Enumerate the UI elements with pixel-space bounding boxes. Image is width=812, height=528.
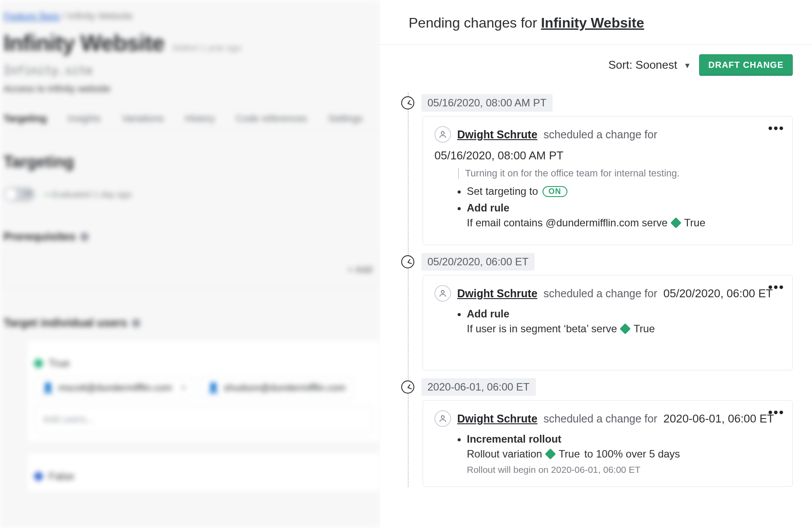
timeline-rail <box>408 92 409 487</box>
change-card: ••• Dwight Schrute scheduled a change fo… <box>423 400 793 487</box>
change-list: Add rule If user is in segment ‘beta’ se… <box>467 308 781 335</box>
avatar-icon <box>434 126 451 143</box>
flag-description: Access to infinity website <box>4 83 381 95</box>
more-actions-button[interactable]: ••• <box>768 122 784 135</box>
on-badge: ON <box>542 186 567 197</box>
page-title: Infinity Website <box>4 30 164 56</box>
diamond-icon <box>33 471 44 482</box>
change-note: Turning it on for the office team for in… <box>458 168 781 179</box>
change-list: Incremental rollout Rollout variation Tr… <box>467 433 781 460</box>
change-list: Set targeting to ON Add rule If email co… <box>467 185 781 229</box>
pending-changes-panel: Pending changes for Infinity Website Sor… <box>381 0 812 528</box>
timeline: 05/16/2020, 08:00 AM PT ••• Dwight Schru… <box>381 82 812 504</box>
timeline-timestamp: 05/20/2020, 06:00 ET <box>400 253 793 271</box>
panel-toolbar: Sort: Soonest ▾ DRAFT CHANGE <box>381 45 812 82</box>
add-prerequisite: + Add <box>4 251 381 288</box>
change-item: Set targeting to ON <box>467 185 781 197</box>
add-users-input: Add users... <box>35 406 372 433</box>
scheduled-date: 05/16/2020, 08:00 AM PT <box>434 149 564 162</box>
targeting-toggle: Off <box>4 187 35 202</box>
change-card: ••• Dwight Schrute scheduled a change fo… <box>423 116 793 245</box>
breadcrumb-root: Feature flags <box>4 11 60 21</box>
tab-code-references: Code references <box>236 113 307 124</box>
svg-point-2 <box>441 415 444 419</box>
tab-targeting: Targeting <box>4 113 47 124</box>
rollout-footnote: Rollout will begin on 2020-06-01, 06:00 … <box>467 465 781 475</box>
panel-title-prefix: Pending changes for <box>409 15 541 31</box>
user-chip: 👤 mscott@dundermifflin.com × <box>35 377 194 398</box>
author-link[interactable]: Dwight Schrute <box>457 128 537 141</box>
avatar-icon: 👤 <box>207 382 219 394</box>
clock-icon <box>401 255 414 268</box>
author-link[interactable]: Dwight Schrute <box>457 287 537 300</box>
clock-icon <box>401 380 414 394</box>
section-targeting-title: Targeting <box>4 153 381 171</box>
change-byline: Dwight Schrute scheduled a change for 05… <box>434 126 781 162</box>
tab-variations: Variations <box>122 113 164 124</box>
info-icon <box>80 232 89 241</box>
info-icon <box>132 319 140 327</box>
clock-icon <box>401 96 414 109</box>
change-byline: Dwight Schrute scheduled a change for 20… <box>434 410 781 427</box>
timestamp-pill: 05/16/2020, 08:00 AM PT <box>421 94 553 112</box>
more-actions-button[interactable]: ••• <box>768 406 784 419</box>
target-false-card: False <box>26 452 381 493</box>
flag-tabs: Targeting Insights Variations History Co… <box>4 113 381 131</box>
breadcrumb: Feature flags / Infinity Website <box>4 11 381 22</box>
change-card: ••• Dwight Schrute scheduled a change fo… <box>423 275 793 370</box>
change-byline: Dwight Schrute scheduled a change for 05… <box>434 285 781 302</box>
panel-header: Pending changes for Infinity Website <box>381 0 812 45</box>
svg-point-0 <box>441 131 444 134</box>
tab-history: History <box>185 113 215 124</box>
avatar-icon <box>434 285 451 302</box>
change-item: Incremental rollout Rollout variation Tr… <box>467 433 781 460</box>
timestamp-pill: 05/20/2020, 06:00 ET <box>421 253 535 271</box>
diamond-icon <box>620 323 631 334</box>
section-prereq-title: Prerequisites <box>4 230 381 243</box>
evaluated-label: ⇢ Evaluated 1 day ago <box>42 189 132 200</box>
added-ago: Added 1 year ago <box>172 43 242 53</box>
sort-label: Sort: Soonest <box>608 58 677 72</box>
sort-dropdown[interactable]: Sort: Soonest ▾ <box>608 58 690 72</box>
svg-point-1 <box>441 290 444 293</box>
diamond-icon <box>545 448 556 459</box>
section-target-users-title: Target individual users <box>4 316 381 330</box>
timeline-timestamp: 05/16/2020, 08:00 AM PT <box>400 94 793 112</box>
tab-insights: Insights <box>68 113 101 124</box>
avatar-icon: 👤 <box>42 382 54 394</box>
timeline-timestamp: 2020-06-01, 06:00 ET <box>400 378 793 396</box>
breadcrumb-leaf: Infinity Website <box>68 11 133 21</box>
scheduled-date: 2020-06-01, 06:00 ET <box>663 412 774 426</box>
flag-key: Infinity.site <box>4 64 381 77</box>
diamond-icon <box>670 217 681 228</box>
change-item: Add rule If email contains @dundermiffli… <box>467 202 781 229</box>
scheduled-date: 05/20/2020, 06:00 ET <box>663 287 773 300</box>
chevron-down-icon: ▾ <box>685 60 690 70</box>
user-chip: 👤 shudson@dundermifflin.com <box>200 377 353 398</box>
diamond-icon <box>33 358 44 369</box>
change-item: Add rule If user is in segment ‘beta’ se… <box>467 308 781 335</box>
panel-flag-name[interactable]: Infinity Website <box>541 15 644 31</box>
more-actions-button[interactable]: ••• <box>768 281 784 294</box>
tab-settings: Settings <box>328 113 363 124</box>
remove-chip-icon: × <box>181 382 186 394</box>
draft-change-button[interactable]: DRAFT CHANGE <box>699 54 793 76</box>
timestamp-pill: 2020-06-01, 06:00 ET <box>421 378 536 396</box>
avatar-icon <box>434 410 451 427</box>
target-true-card: True 👤 mscott@dundermifflin.com × 👤 shud… <box>26 339 381 443</box>
background-flag-page: Feature flags / Infinity Website Infinit… <box>0 0 381 528</box>
author-link[interactable]: Dwight Schrute <box>457 412 537 425</box>
